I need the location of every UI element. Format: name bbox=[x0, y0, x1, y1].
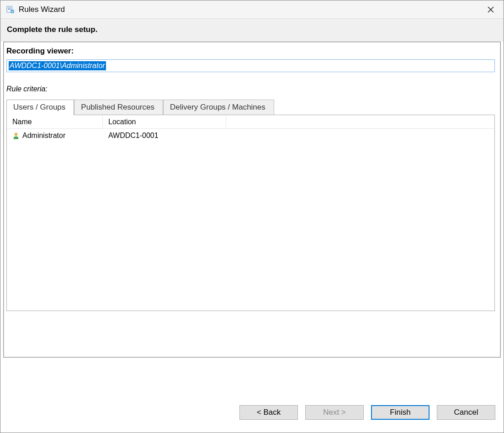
cancel-button[interactable]: Cancel bbox=[437, 405, 495, 420]
cell-location: AWDDC1-0001 bbox=[103, 132, 226, 140]
svg-point-4 bbox=[11, 10, 14, 13]
wizard-header: Complete the rule setup. bbox=[0, 19, 504, 42]
recording-viewer-input[interactable]: AWDDC1-0001\Administrator bbox=[6, 59, 495, 72]
recording-viewer-value: AWDDC1-0001\Administrator bbox=[9, 61, 106, 70]
column-header-location[interactable]: Location bbox=[103, 115, 226, 128]
wizard-content-panel: Recording viewer: AWDDC1-0001\Administra… bbox=[3, 42, 501, 358]
close-icon bbox=[488, 6, 494, 13]
cell-name-text: Administrator bbox=[22, 132, 65, 140]
window-title: Rules Wizard bbox=[19, 5, 482, 14]
criteria-table: Name Location Administrator AWDDC1-0001 bbox=[6, 115, 495, 311]
table-header-row: Name Location bbox=[7, 115, 494, 129]
finish-button[interactable]: Finish bbox=[371, 405, 430, 420]
tab-delivery-groups-machines[interactable]: Delivery Groups / Machines bbox=[163, 100, 274, 115]
column-header-name[interactable]: Name bbox=[7, 115, 103, 128]
wizard-icon bbox=[6, 5, 15, 14]
svg-point-7 bbox=[15, 133, 17, 136]
criteria-tabs: Users / Groups Published Resources Deliv… bbox=[6, 100, 498, 115]
table-row[interactable]: Administrator AWDDC1-0001 bbox=[7, 129, 494, 143]
close-button[interactable] bbox=[482, 0, 500, 19]
recording-viewer-label: Recording viewer: bbox=[6, 47, 498, 56]
cell-name: Administrator bbox=[7, 132, 103, 140]
rule-criteria-label: Rule criteria: bbox=[6, 85, 498, 93]
next-button[interactable]: Next > bbox=[305, 405, 364, 420]
tab-users-groups[interactable]: Users / Groups bbox=[6, 100, 74, 115]
back-button[interactable]: < Back bbox=[239, 405, 298, 420]
tab-published-resources[interactable]: Published Resources bbox=[74, 100, 163, 115]
titlebar: Rules Wizard bbox=[0, 0, 504, 19]
wizard-footer: < Back Next > Finish Cancel bbox=[0, 358, 504, 433]
user-icon bbox=[12, 132, 20, 139]
wizard-step-title: Complete the rule setup. bbox=[7, 25, 499, 34]
